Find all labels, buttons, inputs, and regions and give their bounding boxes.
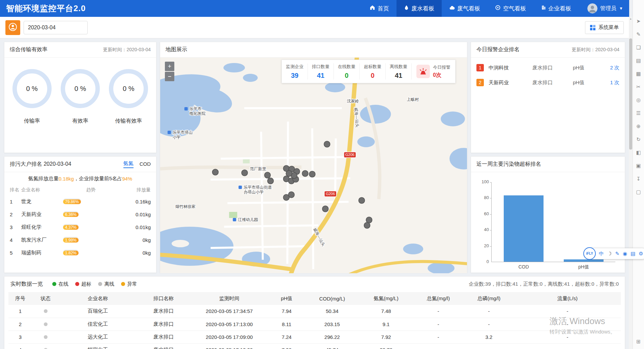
fullscreen-icon[interactable]: ⊞: [636, 339, 641, 344]
legend-online: 在线: [52, 281, 68, 287]
monitor-point[interactable]: [288, 192, 294, 198]
monitor-point[interactable]: [286, 170, 292, 177]
system-menu-button[interactable]: 系统菜单: [585, 21, 624, 34]
box-icon[interactable]: ▢: [636, 190, 641, 195]
stat-offline: 离线数量 41: [386, 63, 412, 80]
alarm-rank-panel: 今日报警企业排名 更新时间：2020-03-04 1 中润科技 废水排口 pH值…: [471, 42, 625, 153]
cursor-icon[interactable]: ➤: [636, 19, 641, 24]
vertical-scrollbar[interactable]: ▲: [629, 17, 633, 349]
table-icon[interactable]: ▦: [636, 71, 641, 76]
stat-outlets: 排口数量 41: [308, 63, 334, 80]
download-icon[interactable]: ↧: [636, 177, 641, 182]
menu-icon[interactable]: ☰: [636, 111, 641, 116]
legend-offline: 离线: [98, 281, 114, 287]
column-header: 状态: [32, 292, 59, 305]
alarm-rank-title: 今日报警企业排名: [476, 46, 520, 53]
polluter-row: 1 世龙 79.86% 0.16kg: [10, 195, 151, 208]
handwriting-icon[interactable]: ✎: [615, 251, 619, 257]
alarm-row[interactable]: 1 中润科技 废水排口 pH值 2 次: [471, 60, 625, 75]
column-header: COD(mg/L): [305, 292, 359, 305]
monitor-point[interactable]: [324, 141, 330, 147]
rank-badge: 1: [476, 64, 484, 71]
stat-today-alarm: 今日报警 0次: [412, 64, 455, 79]
user-menu[interactable]: 管理员 ▼: [587, 3, 623, 13]
list-icon[interactable]: ▤: [636, 58, 641, 63]
nav-enterprise[interactable]: 企业看板: [533, 0, 579, 17]
realtime-table: 序号 状态 企业名称 排口名称 监测时间 pH值 COD(mg/L) 氨氮(mg…: [8, 292, 621, 349]
status-dot: [44, 335, 48, 339]
polluter-rank-panel: 排污大户排名 2020-03-04 氨氮 COD 氨氮排放总量0.18kg，企业…: [4, 156, 156, 273]
panel-icon[interactable]: ◧: [636, 150, 641, 155]
svg-text:G206: G206: [345, 153, 354, 157]
monitor-point[interactable]: [359, 197, 365, 203]
monitor-point[interactable]: [309, 171, 315, 177]
svg-text:G206: G206: [326, 192, 335, 196]
legend-exceed: 超标: [75, 281, 91, 287]
svg-text:江维幼儿园: 江维幼儿园: [238, 217, 258, 222]
school-icon: [238, 186, 242, 189]
weekly-rank-title: 近一周主要污染物超标排名: [476, 161, 541, 168]
main-nav: 首页 废水看板 废气看板 空气看板 企业看板: [362, 0, 579, 17]
settings-icon[interactable]: ⚙: [639, 251, 643, 257]
night-mode-icon[interactable]: ☽: [607, 251, 612, 257]
y-tick-label: 60: [475, 211, 489, 216]
alarm-row[interactable]: 2 天新药业 废水排口 pH值 1 次: [471, 75, 625, 90]
scrollbar-up-icon[interactable]: ▲: [629, 18, 633, 20]
x-category-label: COD: [504, 264, 544, 269]
nav-air[interactable]: 空气看板: [488, 0, 533, 17]
refresh-icon[interactable]: ↻: [636, 137, 641, 142]
polluter-row: 5 瑞盛制药 1.82% 0kg: [10, 246, 151, 259]
air-ring-icon: [495, 5, 501, 12]
cut-icon[interactable]: ✂: [636, 85, 641, 90]
home-icon: [370, 5, 375, 12]
svg-text:乐平市塔山: 乐平市塔山: [173, 130, 193, 135]
svg-text:乐平市塔山街道: 乐平市塔山街道: [243, 185, 272, 190]
nav-home[interactable]: 首页: [362, 0, 397, 17]
trend-bar: 4.37%: [63, 225, 79, 230]
school-icon: [168, 131, 171, 134]
map-canvas-container[interactable]: 威海—汕头 威海—汕头 G206 G206 乐平市 电化医院: [160, 58, 467, 273]
zoom-out-button[interactable]: −: [165, 72, 174, 81]
mic-icon[interactable]: ◉: [623, 251, 627, 257]
chevron-down-icon: ▼: [619, 6, 623, 11]
tab-cod[interactable]: COD: [140, 161, 151, 167]
tab-nh3[interactable]: 氨氮: [123, 160, 134, 168]
monitor-point[interactable]: [267, 178, 273, 184]
monitor-point[interactable]: [322, 206, 328, 212]
status-legend: 在线 超标 离线 异常: [52, 281, 137, 287]
status-dot: [44, 309, 48, 313]
side-tool-rail: ➤ ✎ ❏ ▤ ▦ ✂ ◎ ☰ ⊕ ↻ ◧ ▣ ↧ ▢ ⊞: [633, 0, 644, 349]
nav-label: 首页: [378, 5, 389, 12]
trend-bar: 1.98%: [63, 238, 79, 243]
main-content: 综合传输有效率 更新时间：2020-03-04 0 % 传输率 0 % 有效率 …: [0, 38, 629, 349]
note-icon[interactable]: ❏: [636, 45, 641, 50]
polluter-row: 4 凯发污水厂 1.98% 0kg: [10, 233, 151, 246]
nav-exhaust-gas[interactable]: 废气看板: [442, 0, 488, 17]
edit-icon[interactable]: ✎: [636, 32, 641, 37]
monitor-point[interactable]: [302, 170, 308, 177]
svg-text:乐平市: 乐平市: [189, 106, 202, 111]
scrollbar-thumb[interactable]: [629, 38, 632, 150]
nav-label: 企业看板: [548, 5, 571, 12]
monitor-point[interactable]: [364, 222, 370, 228]
park-area: [243, 159, 250, 163]
user-circle-button[interactable]: [5, 20, 20, 35]
system-menu-label: 系统菜单: [598, 24, 619, 31]
monitor-point[interactable]: [212, 169, 218, 175]
trend-bar: 6.36%: [63, 212, 79, 217]
keyboard-icon[interactable]: ▤: [631, 251, 635, 257]
polluter-summary: 氨氮排放总量0.18kg，企业排放量前5名占94%: [4, 172, 156, 185]
y-tick-label: 40: [475, 227, 489, 232]
monitor-point[interactable]: [241, 170, 247, 176]
alarm-siren-icon: [416, 65, 430, 78]
target-icon[interactable]: ◎: [636, 98, 641, 103]
monitor-point[interactable]: [264, 172, 270, 178]
nav-wastewater[interactable]: 废水看板: [397, 0, 442, 17]
frame-icon[interactable]: ▣: [636, 163, 641, 168]
transmission-update-time: 更新时间：2020-03-04: [103, 47, 151, 53]
add-icon[interactable]: ⊕: [636, 124, 641, 129]
date-input[interactable]: [24, 21, 88, 34]
chinese-input-icon[interactable]: 中: [599, 251, 604, 257]
ifly-logo[interactable]: iFLY: [583, 247, 596, 260]
zoom-in-button[interactable]: +: [165, 62, 174, 71]
